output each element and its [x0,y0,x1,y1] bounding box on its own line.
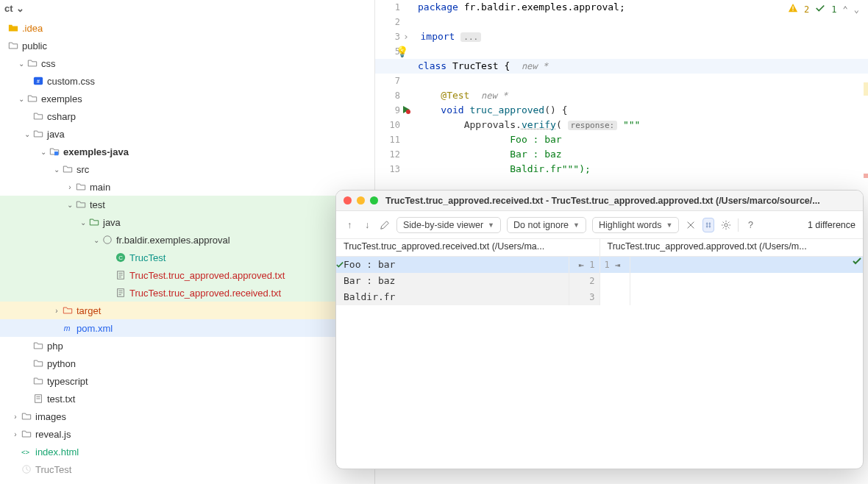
tree-node-test-java[interactable]: ⌄ java [0,213,374,231]
separator [738,218,739,232]
settings-icon[interactable] [720,220,732,230]
tree-node-python[interactable]: python [0,355,374,372]
viewer-mode-select[interactable]: Side-by-side viewer▼ [396,217,501,233]
run-gutter-icon[interactable] [402,105,410,114]
recent-icon [21,463,32,475]
folder-icon [7,22,19,34]
line-number: 10 [375,118,410,132]
text-file-icon [115,287,127,299]
tree-node-typescript[interactable]: typescript [0,372,374,390]
tree-node-php[interactable]: php [0,337,374,355]
diff-line: Baldir.fr [336,289,569,305]
prev-diff-icon[interactable]: ↑ [344,220,355,230]
text-file-icon [32,393,44,405]
tree-node-src[interactable]: ⌄ src [0,160,374,178]
code-text: Baldir.fr [510,163,561,174]
tree-label: test.txt [47,394,75,405]
tree-node-approved-file[interactable]: TrucTest.truc_approved.approved.txt [0,266,374,284]
line-number: 8 [375,88,410,103]
chevron-down-icon: ⌄ [16,95,26,103]
ignore-select[interactable]: Do not ignore▼ [507,217,586,233]
select-label: Do not ignore [513,220,569,230]
diff-line: Bar : baz [336,273,569,289]
tree-label: java [103,217,121,228]
accept-diff-icon[interactable] [853,257,861,268]
diff-right-pane[interactable] [630,257,863,305]
tree-node-test[interactable]: ⌄ test [0,196,374,213]
collapse-icon[interactable] [685,220,697,230]
diff-toolbar: ↑ ↓ Side-by-side viewer▼ Do not ignore▼ … [336,211,863,239]
tree-label: TrucTest [129,252,166,263]
help-icon[interactable]: ? [744,220,756,230]
diff-titlebar[interactable]: TrucTest.truc_approved.received.txt - Tr… [336,191,863,211]
apply-right-icon[interactable]: ⇥ [610,260,620,270]
tree-node-tructest[interactable]: C TrucTest [0,249,374,266]
svg-point-25 [406,110,410,114]
tree-node-java[interactable]: ⌄ java [0,125,374,143]
folder-icon [7,40,19,51]
project-header-label: ct [4,3,13,14]
diff-left-pane[interactable]: Foo : bar Bar : baz Baldir.fr [336,257,569,305]
folder-icon [32,128,44,140]
code-text: ( [556,119,568,130]
tree-node-target[interactable]: › target [0,302,374,319]
css-file-icon: # [32,75,44,87]
tree-node-exemples[interactable]: ⌄ exemples [0,90,374,107]
chevron-down-icon: ⌄ [78,218,88,227]
folder-icon [32,357,44,369]
folder-icon [32,340,44,352]
tree-node-css[interactable]: ⌄ css [0,54,374,72]
tree-label: TrucTest.truc_approved.received.txt [129,288,281,299]
tree-label: images [35,411,66,422]
minimize-traffic-light[interactable] [357,196,365,204]
folder-icon [62,163,74,175]
chevron-right-icon: › [10,430,21,438]
chevron-down-icon: ⌄ [22,130,32,138]
folder-icon [21,410,32,422]
tree-node-exemples-java[interactable]: ⌄ exemples-java [0,143,374,160]
tree-node-pom[interactable]: m pom.xml [0,319,374,337]
chevron-down-icon: ⌄ [65,201,75,209]
inlay-hint: response: [568,121,618,130]
tree-label: exemples [41,93,82,104]
intention-bulb-icon[interactable]: 💡 [396,46,408,57]
tree-node-custom-css[interactable]: # custom.css [0,72,374,90]
tree-node-indexhtml[interactable]: <> index.html [0,443,374,460]
tree-node-main[interactable]: › main [0,178,374,196]
tree-node-testtxt[interactable]: test.txt [0,390,374,408]
line-number: 7 [375,74,410,88]
svg-text:<>: <> [21,448,30,456]
line-number: 2 [569,273,600,289]
accept-diff-icon[interactable] [336,257,344,273]
edit-icon[interactable] [379,220,391,230]
tree-label: pom.xml [77,323,113,334]
project-header[interactable]: ct ⌄ [0,0,374,16]
tree-node-images[interactable]: › images [0,408,374,425]
chevron-right-icon: › [10,413,21,421]
code-area[interactable]: package package fr.baldir.exemples.appro… [418,0,868,177]
zoom-traffic-light[interactable] [370,196,378,204]
code-text: @Test [441,90,481,101]
tree-label: custom.css [47,76,95,87]
code-text: """); [562,163,591,174]
tree-node-public[interactable]: public [0,37,374,54]
tree-node-package[interactable]: ⌄ fr.baldir.exemples.approval [0,231,374,249]
apply-left-icon[interactable]: ⇤ [579,260,589,270]
diff-gutter: ⇤ 1 2 3 1 ⇥ [569,257,630,305]
tree-node-tructest-bottom[interactable]: TrucTest [0,460,374,478]
chevron-down-icon: ⌄ [38,148,49,156]
test-folder-icon [88,216,100,228]
next-diff-icon[interactable]: ↓ [361,220,373,230]
sync-scroll-icon[interactable] [702,218,714,232]
tree-label: TrucTest [35,464,71,475]
close-traffic-light[interactable] [344,196,352,204]
highlight-select[interactable]: Highlight words▼ [592,217,679,233]
tree-node-idea[interactable]: .idea [0,19,374,37]
chevron-right-icon: › [51,307,62,315]
code-text: class [418,60,452,71]
tree-node-csharp[interactable]: csharp [0,107,374,125]
tree-label: css [41,58,56,69]
fold-placeholder[interactable]: ... [460,32,481,42]
tree-node-received-file[interactable]: TrucTest.truc_approved.received.txt [0,284,374,302]
tree-node-revealjs[interactable]: › reveal.js [0,425,374,443]
